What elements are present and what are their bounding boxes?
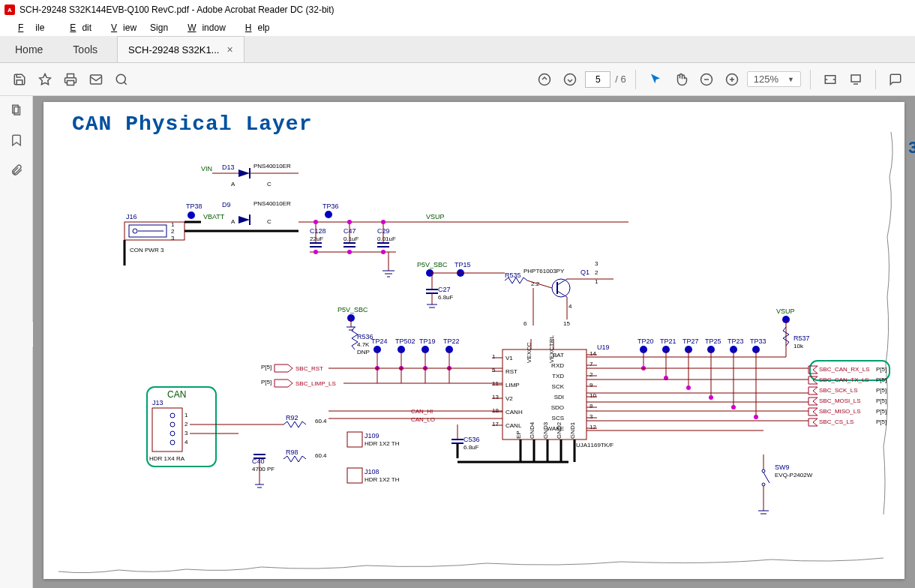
svg-text:12: 12 <box>590 424 596 430</box>
search-icon[interactable] <box>111 69 132 90</box>
zoom-out-icon[interactable] <box>696 69 717 90</box>
menu-sign[interactable]: Sign <box>144 21 174 34</box>
menu-file[interactable]: File <box>6 21 56 34</box>
svg-text:2: 2 <box>590 371 593 378</box>
zoom-in-icon[interactable] <box>722 69 742 90</box>
menu-help[interactable]: Help <box>233 21 276 34</box>
svg-text:R92: R92 <box>286 414 298 422</box>
svg-text:4700 PF: 4700 PF <box>252 466 274 472</box>
svg-text:A: A <box>231 181 236 188</box>
pointer-icon[interactable] <box>645 69 666 90</box>
svg-text:CAN_LO: CAN_LO <box>411 416 435 423</box>
svg-rect-276 <box>347 468 362 483</box>
tab-tools[interactable]: Tools <box>58 37 112 62</box>
page-down-icon[interactable] <box>560 69 580 90</box>
svg-point-6 <box>565 74 576 85</box>
menu-window[interactable]: Window <box>176 21 232 34</box>
svg-text:R537: R537 <box>794 334 810 342</box>
svg-text:60.4: 60.4 <box>315 452 327 459</box>
svg-point-72 <box>347 220 352 224</box>
pdf-icon: A <box>4 4 15 15</box>
svg-text:CON PWR 3: CON PWR 3 <box>130 247 164 254</box>
mail-icon[interactable] <box>86 69 106 90</box>
star-icon[interactable] <box>34 69 56 90</box>
page-corner-num: 3 <box>908 140 915 158</box>
svg-text:6: 6 <box>524 320 527 327</box>
svg-text:1: 1 <box>171 221 175 228</box>
document-view[interactable]: CAN Physical Layer 3 VIN D13 PNS40010ER … <box>33 96 915 588</box>
svg-text:VSUP: VSUP <box>776 308 795 315</box>
svg-text:P5V_SBC: P5V_SBC <box>338 306 368 314</box>
tab-home[interactable]: Home <box>0 37 58 62</box>
svg-text:J108: J108 <box>364 468 380 476</box>
svg-point-5 <box>539 74 550 85</box>
svg-text:5: 5 <box>492 367 496 374</box>
svg-point-295 <box>762 483 765 486</box>
page-input[interactable] <box>585 71 610 88</box>
svg-text:9: 9 <box>590 382 593 388</box>
svg-marker-133 <box>274 364 292 372</box>
svg-text:PNS40010ER: PNS40010ER <box>254 163 291 170</box>
svg-text:4: 4 <box>184 439 188 446</box>
svg-text:UJA1169TK/F: UJA1169TK/F <box>576 442 614 448</box>
svg-text:J13: J13 <box>152 399 164 406</box>
svg-text:SCS: SCS <box>552 415 564 422</box>
thumbnails-icon[interactable] <box>10 104 23 120</box>
svg-text:SW9: SW9 <box>775 464 790 471</box>
annotate-icon[interactable] <box>845 69 866 90</box>
svg-text:P[5]: P[5] <box>876 418 886 425</box>
svg-text:PHPT61003PY: PHPT61003PY <box>524 268 565 274</box>
svg-text:SBC_CAN_RX_LS: SBC_CAN_RX_LS <box>819 366 870 373</box>
tab-document[interactable]: SCH-29248 S32K1... × <box>117 36 244 62</box>
svg-text:TP15: TP15 <box>454 261 471 268</box>
attachment-icon[interactable] <box>10 164 23 180</box>
close-tab-icon[interactable]: × <box>226 44 232 56</box>
svg-text:TP22: TP22 <box>443 338 460 345</box>
svg-point-71 <box>314 220 318 224</box>
svg-line-96 <box>557 279 567 285</box>
svg-text:TP21: TP21 <box>660 338 676 345</box>
svg-text:HDR 1X2 TH: HDR 1X2 TH <box>364 440 400 447</box>
save-icon[interactable] <box>9 69 30 90</box>
bookmark-icon[interactable] <box>10 134 23 150</box>
svg-text:C536: C536 <box>464 436 480 443</box>
svg-text:15: 15 <box>563 320 570 327</box>
print-icon[interactable] <box>60 69 81 90</box>
hand-icon[interactable] <box>670 69 692 90</box>
tab-document-label: SCH-29248 S32K1... <box>128 44 219 56</box>
svg-text:TP38: TP38 <box>186 202 202 210</box>
svg-marker-32 <box>238 216 250 224</box>
svg-marker-238 <box>808 398 818 405</box>
toolbar: / 6 125%▼ <box>0 63 915 96</box>
svg-text:EP: EP <box>515 430 522 439</box>
svg-text:TP36: TP36 <box>322 202 339 210</box>
svg-text:HDR 1X4 RA: HDR 1X4 RA <box>149 455 185 462</box>
svg-text:R535: R535 <box>505 272 521 279</box>
svg-point-48 <box>325 211 332 218</box>
page-up-icon[interactable] <box>534 69 555 90</box>
comment-icon[interactable] <box>885 69 906 90</box>
menu-view[interactable]: View <box>99 21 142 34</box>
page-total: / 6 <box>615 74 626 85</box>
svg-point-215 <box>686 386 691 390</box>
svg-text:22uF: 22uF <box>310 236 323 242</box>
zoom-select[interactable]: 125%▼ <box>747 71 801 87</box>
svg-text:4.7K: 4.7K <box>357 341 370 348</box>
svg-text:6.8uF: 6.8uF <box>464 444 479 451</box>
svg-text:SBC_RST: SBC_RST <box>296 365 323 372</box>
svg-text:6.8uF: 6.8uF <box>438 294 454 301</box>
svg-point-94 <box>552 279 570 297</box>
svg-text:D13: D13 <box>222 164 235 171</box>
svg-text:U19: U19 <box>597 344 610 351</box>
svg-text:8: 8 <box>590 403 593 410</box>
sidebar: ◀ <box>0 96 33 588</box>
svg-text:TP24: TP24 <box>371 338 388 345</box>
svg-text:GND2: GND2 <box>556 422 562 439</box>
svg-text:SBC_MOSI_LS: SBC_MOSI_LS <box>819 398 861 404</box>
svg-text:P[5]: P[5] <box>261 379 272 386</box>
pdf-page: CAN Physical Layer 3 VIN D13 PNS40010ER … <box>44 102 904 579</box>
fit-width-icon[interactable] <box>820 69 841 90</box>
menu-edit[interactable]: Edit <box>58 21 98 34</box>
svg-text:GND3: GND3 <box>542 422 549 439</box>
svg-text:17: 17 <box>492 421 499 428</box>
